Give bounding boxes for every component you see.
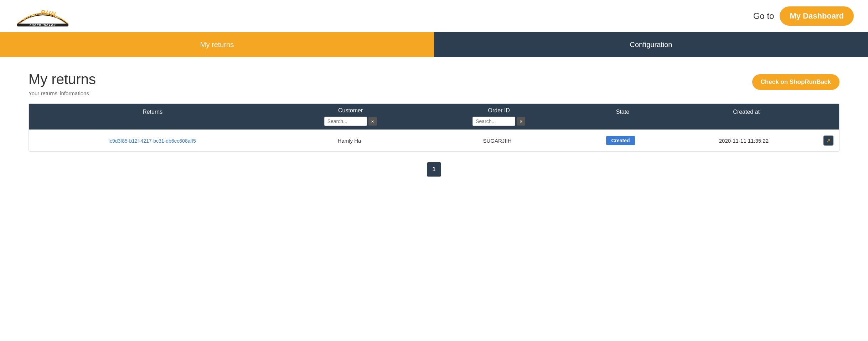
col-created-at: Created at: [672, 104, 821, 120]
nav-bar: My returns Configuration: [0, 32, 868, 57]
col-order-id: Order ID ×: [425, 104, 573, 129]
row-action-button[interactable]: ↗: [823, 136, 833, 146]
cell-state: Created: [571, 130, 670, 151]
external-link-icon: ↗: [826, 137, 831, 144]
state-badge: Created: [606, 136, 635, 145]
table-header: Returns Customer × Order ID × State: [29, 104, 839, 129]
col-returns: Returns: [29, 104, 276, 120]
header-right: Go to My Dashboard: [753, 6, 854, 26]
cell-order-id: SUGARJIIH: [423, 132, 571, 149]
col-actions: [821, 104, 839, 114]
cell-created-at: 2020-11-11 11:35:22: [670, 132, 818, 149]
nav-item-my-returns[interactable]: My returns: [0, 32, 434, 57]
table-row: fc9d3f85-b12f-4217-bc31-db6ec608aff5 Ham…: [29, 129, 839, 151]
pagination: 1: [29, 162, 839, 177]
page-1-button[interactable]: 1: [427, 162, 441, 177]
page-title: My returns: [29, 71, 96, 87]
cell-customer: Hamly Ha: [275, 132, 423, 149]
order-id-search-clear-button[interactable]: ×: [517, 117, 525, 126]
col-state: State: [573, 104, 672, 120]
my-dashboard-button[interactable]: My Dashboard: [780, 6, 854, 26]
main-content: My returns Your returns' informations Ch…: [0, 57, 868, 191]
svg-text:SHOPRUNBACK: SHOPRUNBACK: [30, 24, 56, 27]
page-subtitle: Your returns' informations: [29, 90, 96, 96]
logo-container: SHOPRUNBACK SHOPRUNBACK: [14, 5, 71, 27]
nav-item-configuration[interactable]: Configuration: [434, 32, 868, 57]
col-customer: Customer ×: [276, 104, 425, 129]
customer-search-row: ×: [324, 117, 377, 126]
cell-return-id: fc9d3f85-b12f-4217-bc31-db6ec608aff5: [29, 132, 275, 149]
page-title-section: My returns Your returns' informations: [29, 71, 96, 96]
svg-text:SHOPRUNBACK: SHOPRUNBACK: [14, 5, 71, 25]
logo-svg: SHOPRUNBACK SHOPRUNBACK: [14, 5, 71, 27]
order-id-search-input[interactable]: [472, 117, 515, 126]
returns-table: Returns Customer × Order ID × State: [29, 103, 839, 152]
order-id-search-row: ×: [472, 117, 525, 126]
customer-search-clear-button[interactable]: ×: [368, 117, 377, 126]
page-header: My returns Your returns' informations Ch…: [29, 71, 839, 96]
header: SHOPRUNBACK SHOPRUNBACK Go to My Dashboa…: [0, 0, 868, 32]
return-id-link[interactable]: fc9d3f85-b12f-4217-bc31-db6ec608aff5: [108, 138, 196, 144]
cell-action: ↗: [818, 130, 839, 151]
check-on-shoprunback-button[interactable]: Check on ShopRunBack: [752, 74, 839, 90]
go-to-label: Go to: [753, 11, 774, 21]
customer-search-input[interactable]: [324, 117, 367, 126]
